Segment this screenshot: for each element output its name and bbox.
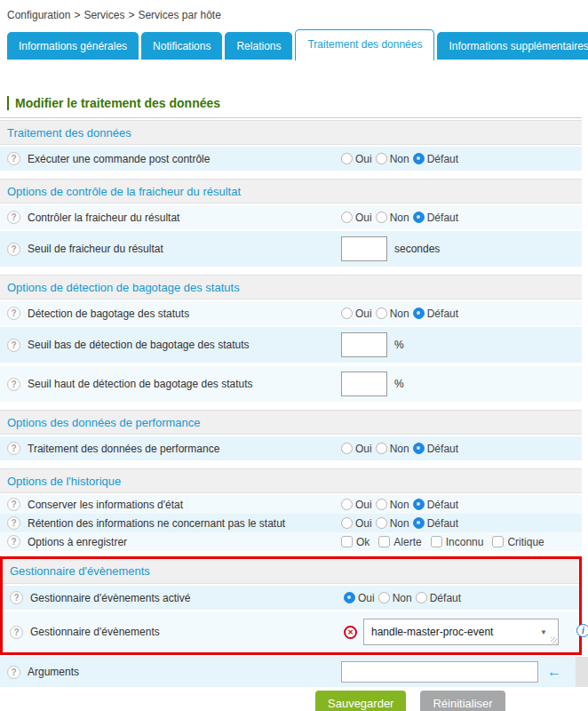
radio-label: Non	[390, 517, 409, 530]
field-label: Rétention des informations ne concernant…	[28, 517, 285, 530]
radio-option-oui[interactable]: Oui	[341, 443, 372, 455]
help-icon[interactable]: ?	[7, 339, 20, 352]
radio-label: Défaut	[427, 308, 458, 320]
radio-icon	[413, 499, 425, 510]
row-arguments: ? Arguments ←	[0, 657, 582, 687]
help-icon[interactable]: ?	[7, 516, 20, 530]
help-icon[interactable]: ?	[7, 378, 20, 391]
help-icon[interactable]: ?	[7, 152, 20, 165]
checkbox-label: Ok	[356, 536, 369, 548]
radio-option-oui[interactable]: Oui	[341, 517, 372, 530]
radio-option-non[interactable]: Non	[376, 212, 409, 224]
help-icon[interactable]: ?	[7, 666, 20, 679]
help-icon[interactable]: ?	[7, 307, 20, 320]
field-label: Gestionnaire d'évènements activé	[30, 592, 190, 604]
radio-icon	[378, 592, 390, 603]
radio-option-defaut[interactable]: Défaut	[413, 443, 458, 455]
radio-label: Oui	[355, 499, 372, 511]
radio-label: Défaut	[427, 499, 458, 511]
section-header: Options de détection de bagotage des sta…	[0, 275, 582, 300]
radio-label: Oui	[355, 153, 372, 165]
save-button[interactable]: Sauvegarder	[315, 691, 406, 711]
checkbox-label: Inconnu	[446, 536, 484, 548]
help-icon[interactable]: ?	[10, 591, 23, 604]
move-left-arrow-icon[interactable]: ←	[547, 664, 561, 680]
radio-icon	[376, 212, 387, 223]
radio-icon	[376, 499, 387, 510]
radio-label: Oui	[355, 517, 372, 530]
tab-bar: Informations générales Notifications Rel…	[7, 29, 588, 60]
tab-informations-generales[interactable]: Informations générales	[7, 32, 139, 60]
help-icon[interactable]: ?	[10, 626, 23, 639]
radio-option-non[interactable]: Non	[376, 499, 409, 511]
radio-label: Non	[390, 308, 409, 320]
help-icon[interactable]: ?	[7, 243, 20, 256]
checkbox-option-inconnu[interactable]: Inconnu	[431, 536, 484, 548]
seuil-fraicheur-input[interactable]	[341, 236, 387, 261]
seuil-haut-input[interactable]	[341, 371, 387, 396]
radio-option-defaut[interactable]: Défaut	[413, 212, 458, 224]
radio-option-non[interactable]: Non	[376, 308, 409, 320]
radio-option-defaut[interactable]: Défaut	[413, 499, 458, 511]
radio-option-non[interactable]: Non	[376, 443, 409, 455]
info-icon[interactable]: i	[576, 624, 588, 637]
radio-option-non[interactable]: Non	[376, 517, 409, 530]
radio-group: Oui Non Défaut	[341, 443, 462, 455]
radio-option-defaut[interactable]: Défaut	[413, 153, 458, 165]
radio-option-non[interactable]: Non	[376, 153, 409, 165]
radio-icon	[341, 517, 353, 529]
radio-label: Oui	[355, 443, 372, 455]
radio-option-defaut[interactable]: Défaut	[416, 592, 461, 604]
resize-grip-icon[interactable]	[551, 637, 557, 643]
checkbox-icon	[341, 536, 353, 547]
checkbox-option-critique[interactable]: Critique	[492, 536, 544, 548]
radio-label: Oui	[358, 592, 375, 604]
radio-icon	[413, 212, 425, 223]
radio-label: Défaut	[427, 443, 458, 455]
form-content: Traitement des données ? Exécuter une co…	[0, 120, 582, 711]
radio-group: Oui Non Défaut	[341, 308, 462, 320]
radio-option-oui[interactable]: Oui	[341, 153, 372, 165]
help-icon[interactable]: ?	[7, 442, 20, 455]
arguments-input[interactable]	[341, 661, 538, 683]
radio-icon	[341, 443, 353, 454]
radio-label: Non	[390, 153, 409, 165]
radio-option-defaut[interactable]: Défaut	[413, 308, 458, 320]
page-title: Modifier le traitement des données	[7, 96, 588, 110]
help-icon[interactable]: ?	[7, 535, 20, 548]
section-header: Gestionnaire d'évènements	[3, 559, 579, 584]
event-handler-select[interactable]: handle-master-proc-event ▼	[363, 619, 559, 645]
seuil-bas-input[interactable]	[341, 332, 387, 357]
clear-selection-icon[interactable]: ✕	[344, 626, 357, 639]
field-label: Seuil haut de détection de bagotage des …	[28, 378, 253, 390]
section-historique: Options de l'historique ? Conserver les …	[0, 468, 582, 551]
tab-relations[interactable]: Relations	[225, 32, 292, 60]
reset-button[interactable]: Réinitialiser	[420, 691, 505, 711]
field-label: Détection de bagotage des statuts	[28, 308, 189, 320]
checkbox-option-alerte[interactable]: Alerte	[378, 536, 421, 548]
tab-traitement-des-donnees[interactable]: Traitement des données	[295, 29, 434, 61]
breadcrumb-configuration[interactable]: Configuration	[7, 9, 70, 21]
breadcrumb-services[interactable]: Services	[83, 9, 124, 21]
radio-label: Défaut	[427, 153, 458, 165]
tab-informations-supplementaires[interactable]: Informations supplémentaires du	[437, 32, 588, 60]
tab-notifications[interactable]: Notifications	[141, 32, 222, 60]
radio-icon	[413, 308, 425, 319]
input-suffix: %	[394, 339, 404, 351]
radio-group: Oui Non Défaut	[341, 153, 462, 165]
help-icon[interactable]: ?	[7, 498, 20, 511]
radio-option-oui[interactable]: Oui	[344, 592, 375, 604]
radio-option-non[interactable]: Non	[378, 592, 412, 604]
side-panel-edge	[576, 657, 588, 687]
field-label: Exécuter une commande post contrôle	[28, 153, 210, 165]
radio-option-oui[interactable]: Oui	[341, 308, 372, 320]
checkbox-option-ok[interactable]: Ok	[341, 536, 369, 548]
radio-option-oui[interactable]: Oui	[341, 499, 372, 511]
section-fraicheur-resultat: Options de contrôle de la fraicheur du r…	[0, 179, 582, 267]
input-suffix: %	[394, 378, 404, 390]
radio-option-defaut[interactable]: Défaut	[413, 517, 458, 530]
checkbox-icon	[492, 536, 504, 547]
radio-icon	[341, 212, 353, 223]
radio-option-oui[interactable]: Oui	[341, 212, 372, 224]
help-icon[interactable]: ?	[7, 211, 20, 224]
